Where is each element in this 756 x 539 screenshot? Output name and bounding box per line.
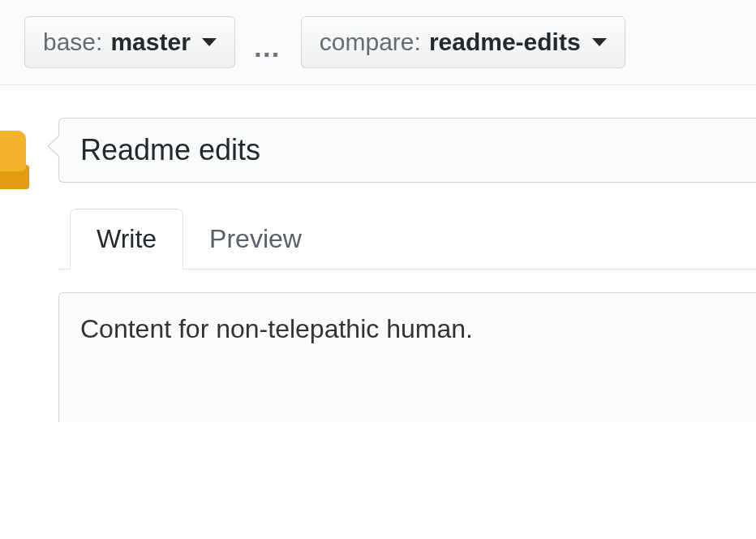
compare-branch-selector[interactable]: compare: readme-edits [301, 16, 625, 68]
ellipsis-icon: … [253, 33, 283, 61]
pull-request-form: OT Write Preview [0, 118, 756, 425]
base-branch-selector[interactable]: base: master [24, 16, 235, 68]
comment-tabs: Write Preview [58, 209, 756, 270]
caret-down-icon [202, 38, 217, 46]
compare-label: compare [320, 28, 415, 56]
tab-write[interactable]: Write [70, 209, 183, 270]
pr-body-textarea[interactable] [58, 292, 756, 422]
avatar: OT [0, 131, 26, 194]
base-branch-value: master [110, 28, 190, 56]
speech-bubble-pointer-icon [47, 136, 58, 157]
compare-branch-bar: base: master … compare: readme-edits [0, 0, 756, 85]
caret-down-icon [592, 38, 607, 46]
pr-title-input[interactable] [58, 118, 756, 183]
tab-preview[interactable]: Preview [183, 209, 328, 269]
base-label: base [43, 28, 96, 56]
compare-branch-value: readme-edits [429, 28, 581, 56]
